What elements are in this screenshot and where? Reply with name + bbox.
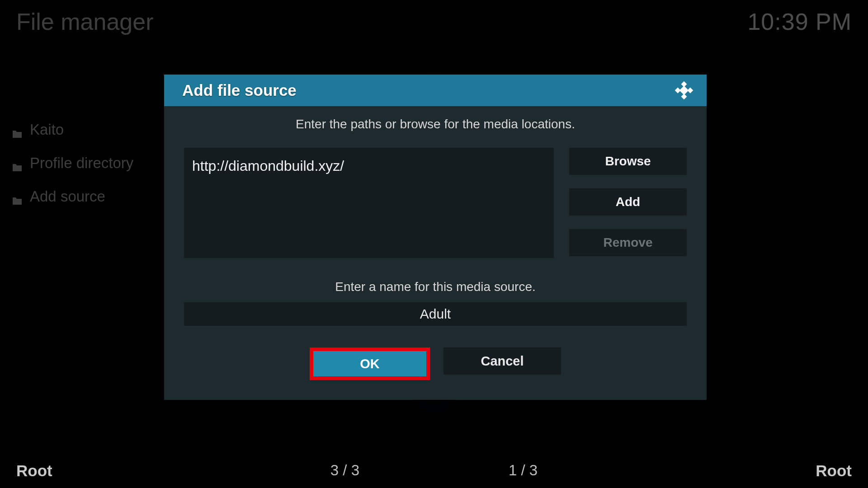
dialog-title: Add file source xyxy=(182,81,297,99)
list-item[interactable]: Profile directory xyxy=(9,146,190,180)
list-item[interactable]: Add source xyxy=(9,180,190,213)
path-row: Browse Add Remove xyxy=(184,148,687,258)
add-file-source-dialog: Add file source Enter the paths or brows… xyxy=(164,75,707,400)
footer-bar: Root 3 / 3 1 / 3 Root xyxy=(16,462,852,480)
ok-button-highlight: OK xyxy=(310,347,430,380)
kodi-logo-icon xyxy=(674,80,694,100)
list-item[interactable]: Kaito xyxy=(9,113,190,146)
footer-right-label: Root xyxy=(816,462,852,480)
cancel-button[interactable]: Cancel xyxy=(443,347,561,375)
list-item-label: Add source xyxy=(30,188,105,205)
page-title: File manager xyxy=(16,8,153,35)
footer-left-label: Root xyxy=(16,462,52,480)
footer-left-count: 3 / 3 xyxy=(330,462,359,480)
footdouble-counter: 3 / 3 1 / 3 xyxy=(330,462,538,480)
list-item-label: Profile directory xyxy=(30,155,133,172)
browse-button[interactable]: Browse xyxy=(569,148,687,175)
path-input[interactable] xyxy=(192,158,546,174)
dialog-body: Enter the paths or browse for the media … xyxy=(164,106,707,400)
folder-icon xyxy=(12,125,23,134)
ok-button[interactable]: OK xyxy=(313,351,426,376)
side-buttons: Browse Add Remove xyxy=(569,148,687,258)
svg-rect-4 xyxy=(679,86,689,95)
folder-icon xyxy=(12,159,23,168)
dialog-button-row: OK Cancel xyxy=(184,347,687,380)
path-instruction: Enter the paths or browse for the media … xyxy=(184,117,687,131)
add-button[interactable]: Add xyxy=(569,188,687,216)
path-input-box[interactable] xyxy=(184,148,554,258)
list-item-label: Kaito xyxy=(30,121,64,138)
clock: 10:39 PM xyxy=(747,8,852,35)
folder-icon xyxy=(12,192,23,201)
file-list-left: Kaito Profile directory Add source xyxy=(9,113,190,213)
remove-button: Remove xyxy=(569,229,687,256)
header-bar: File manager 10:39 PM xyxy=(16,8,852,35)
footer-right-count: 1 / 3 xyxy=(509,462,538,480)
source-name-input[interactable] xyxy=(184,302,687,326)
dialog-header: Add file source xyxy=(164,75,707,106)
name-instruction: Enter a name for this media source. xyxy=(184,280,687,294)
